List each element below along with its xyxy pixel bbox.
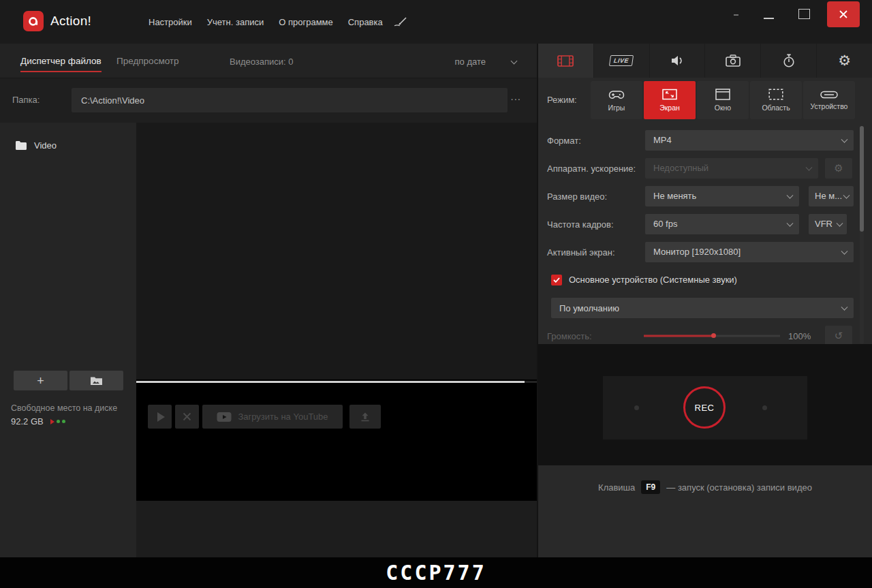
mode-region-button[interactable]: Область — [750, 81, 802, 119]
framerate-mode-value: VFR — [815, 219, 832, 229]
region-icon — [768, 89, 783, 100]
hw-accel-settings-button[interactable]: ⚙ — [825, 158, 852, 179]
app-title: Action! — [50, 14, 91, 29]
free-space-label: Свободное место на диске — [11, 403, 134, 413]
rec-panel: REC — [538, 344, 872, 465]
rec-button[interactable]: REC — [683, 386, 726, 429]
rec-button-label: REC — [695, 403, 715, 413]
close-icon — [839, 10, 848, 19]
tab-file-manager[interactable]: Диспетчер файлов — [20, 56, 102, 72]
minimize-icon — [764, 18, 774, 19]
setting-row-active-screen: Активный экран: Монитор [1920x1080] — [538, 238, 872, 266]
recordings-list-empty — [136, 123, 537, 380]
play-button[interactable] — [148, 405, 172, 429]
live-icon: LIVE — [609, 55, 634, 66]
plus-icon: + — [37, 375, 44, 387]
volume-reset-button[interactable]: ↺ — [825, 326, 852, 346]
free-space-value: 92.2 GB — [11, 416, 44, 427]
mode-window-button[interactable]: Окно — [697, 81, 749, 119]
disk-indicator-dot — [57, 420, 60, 423]
setting-row-format: Формат: MP4 — [538, 126, 872, 154]
minimize-button[interactable] — [760, 5, 777, 22]
menu-accounts[interactable]: Учетн. записи — [207, 17, 264, 27]
tab-live-streaming[interactable]: LIVE — [594, 44, 650, 78]
mode-label-window: Окно — [715, 104, 731, 112]
fullscreen-icon — [662, 89, 677, 100]
sort-by-dropdown[interactable]: по дате — [455, 57, 486, 67]
volume-label: Громкость: — [547, 330, 592, 341]
delete-button[interactable] — [175, 405, 199, 429]
hw-accel-dropdown[interactable]: Недоступный — [645, 158, 818, 179]
sidebar-item-video[interactable]: Video — [0, 136, 136, 154]
volume-slider[interactable] — [644, 335, 780, 337]
setting-row-hw-accel: Аппаратн. ускорение: Недоступный ⚙ — [538, 154, 872, 182]
mode-device-button[interactable]: Устройство — [803, 81, 855, 119]
sidebar-buttons: + — [14, 371, 123, 390]
recording-settings: Формат: MP4 Аппаратн. ускорение: Недосту… — [538, 123, 872, 350]
format-value: MP4 — [653, 135, 672, 145]
audio-device-checkbox-row: Основное устройство (Системные звуки) — [538, 266, 872, 294]
format-dropdown[interactable]: MP4 — [645, 130, 854, 151]
tray-dot — [762, 405, 767, 410]
tab-preview[interactable]: Предпросмотр — [116, 56, 179, 66]
upload-to-youtube-button[interactable]: Загрузить на YouTube — [202, 405, 343, 429]
menu-help[interactable]: Справка — [348, 17, 383, 27]
gear-icon: ⚙ — [834, 162, 843, 174]
maximize-button[interactable] — [796, 5, 812, 22]
file-manager-tabbar: Диспетчер файлов Предпросмотр Видеозапис… — [0, 44, 537, 78]
folder-path-input[interactable] — [72, 88, 508, 112]
framerate-dropdown[interactable]: 60 fps — [645, 214, 799, 234]
active-screen-dropdown[interactable]: Монитор [1920x1080] — [645, 242, 854, 262]
menu-about[interactable]: О программе — [279, 17, 333, 27]
mode-screen-button[interactable]: Экран — [644, 81, 696, 119]
hotkey-key-badge: F9 — [641, 480, 660, 494]
pen-tool-icon[interactable] — [392, 16, 409, 30]
maximize-icon — [798, 9, 810, 19]
export-button[interactable] — [349, 405, 381, 429]
timer-icon — [783, 54, 795, 67]
speaker-icon — [670, 55, 684, 67]
seek-bar[interactable] — [136, 381, 537, 383]
audio-device-dropdown[interactable]: По умолчанию — [551, 298, 854, 318]
setting-row-framerate: Частота кадров: 60 fps VFR — [538, 210, 872, 238]
hw-accel-value: Недоступный — [653, 163, 708, 173]
tab-time-shift[interactable] — [761, 44, 817, 78]
main-menu: Настройки Учетн. записи О программе Спра… — [149, 0, 383, 44]
gear-icon: ⚙ — [838, 52, 851, 69]
tab-screenshots[interactable] — [705, 44, 761, 78]
watermark-text: CCCP777 — [386, 561, 486, 585]
menu-settings[interactable]: Настройки — [149, 17, 192, 27]
scrollbar-thumb[interactable] — [860, 126, 864, 232]
mode-label-region: Область — [762, 104, 790, 112]
rec-button-tray: REC — [603, 376, 807, 439]
chevron-down-icon[interactable] — [511, 58, 518, 65]
framerate-mode-dropdown[interactable]: VFR — [809, 214, 847, 234]
video-size-mode-dropdown[interactable]: Не м... — [809, 186, 854, 206]
audio-device-checkbox-label: Основное устройство (Системные звуки) — [569, 275, 737, 285]
file-manager-panel: Диспетчер файлов Предпросмотр Видеозапис… — [0, 44, 537, 557]
gamepad-icon — [608, 89, 625, 100]
hotkey-prefix: Клавиша — [598, 482, 635, 493]
volume-value: 100% — [788, 330, 811, 341]
mode-label-device: Устройство — [811, 102, 848, 110]
tab-settings[interactable]: ⚙ — [817, 44, 872, 78]
video-size-dropdown[interactable]: Не менять — [645, 186, 799, 206]
filmstrip-icon — [557, 55, 574, 67]
browse-folder-button[interactable]: ... — [510, 91, 521, 102]
close-button[interactable] — [827, 1, 860, 27]
mode-games-button[interactable]: Игры — [591, 81, 642, 119]
volume-slider-handle[interactable] — [711, 333, 716, 338]
import-media-button[interactable] — [69, 371, 123, 390]
volume-slider-fill — [644, 335, 714, 337]
recordings-area: Загрузить на YouTube — [136, 123, 537, 557]
reset-icon: ↺ — [835, 330, 843, 342]
add-folder-button[interactable]: + — [14, 371, 67, 390]
tab-audio-recording[interactable] — [650, 44, 706, 78]
folder-icon — [15, 140, 27, 150]
settings-scrollbar[interactable] — [860, 126, 864, 344]
video-size-mode-value: Не м... — [815, 191, 842, 201]
tray-dash-icon[interactable] — [734, 14, 738, 16]
audio-device-checkbox[interactable] — [551, 275, 562, 285]
tab-video-recording[interactable] — [538, 44, 594, 78]
close-x-icon — [183, 412, 191, 421]
